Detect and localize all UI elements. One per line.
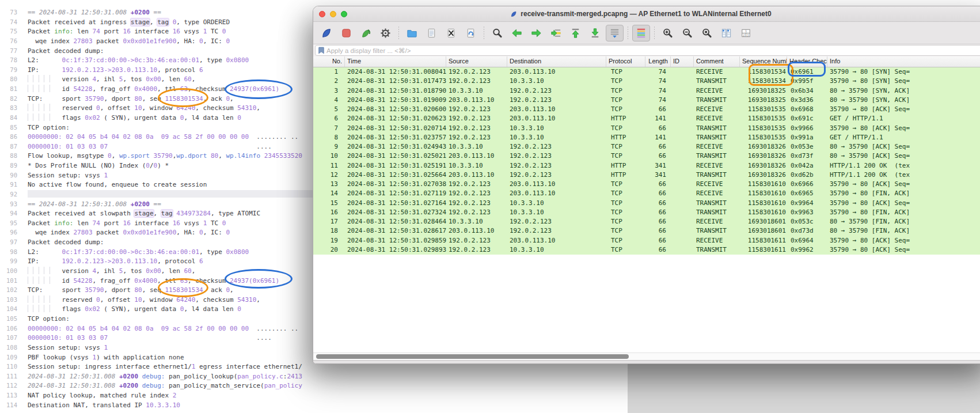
auto-scroll-toggle[interactable] — [606, 25, 624, 41]
cell-source: 192.0.2.123 — [446, 199, 507, 208]
cell-comment: RECEIVE — [694, 189, 740, 198]
capture-options-button[interactable] — [377, 25, 394, 41]
cell-destination: 192.0.2.123 — [507, 151, 606, 161]
editor-line: 99IP: 192.0.2.123->203.0.113.10, protoco… — [0, 256, 318, 266]
window-titlebar[interactable]: receive-transmit-merged.pcapng — AP Ethe… — [313, 6, 980, 22]
packet-row[interactable]: 12024-08-31 12:50:31.008041192.0.2.12320… — [313, 67, 980, 77]
packet-row[interactable]: 142024-08-31 12:50:31.027119192.0.2.1232… — [313, 189, 980, 198]
close-file-button[interactable] — [442, 25, 460, 41]
cell-no: 4 — [313, 96, 345, 105]
column-header-proto[interactable]: Protocol — [606, 56, 645, 67]
cell-no: 11 — [313, 161, 345, 170]
start-capture-button[interactable] — [318, 25, 336, 41]
column-header-comment[interactable]: Comment — [694, 56, 740, 67]
line-number: 84 — [0, 113, 17, 123]
zoom-out-button[interactable] — [678, 25, 696, 41]
filter-bookmark-icon[interactable] — [318, 47, 325, 54]
restart-capture-button[interactable] — [357, 25, 375, 41]
packet-row[interactable]: 182024-08-31 12:50:31.028617203.0.113.10… — [313, 226, 980, 236]
cell-no: 3 — [313, 86, 345, 96]
cell-info: 35790 → 80 [ACK] Seq= — [827, 180, 980, 189]
packet-row[interactable]: 192024-08-31 12:50:31.029859192.0.2.1232… — [313, 236, 980, 245]
packet-row[interactable]: 62024-08-31 12:50:31.020623192.0.2.12320… — [313, 114, 980, 123]
line-number: 109 — [0, 353, 17, 362]
packet-row[interactable]: 162024-08-31 12:50:31.027324192.0.2.1231… — [313, 208, 980, 217]
reload-file-button[interactable] — [462, 25, 480, 41]
column-header-length[interactable]: Length — [645, 56, 671, 67]
cell-destination: 10.3.3.10 — [507, 124, 606, 133]
packet-row[interactable]: 22024-08-31 12:50:31.017473192.0.2.12310… — [313, 77, 980, 86]
editor-line: 79IP: 192.0.2.123->203.0.113.10, protoco… — [0, 65, 318, 75]
save-file-button[interactable] — [423, 25, 440, 41]
find-packet-button[interactable] — [488, 25, 506, 41]
cell-destination: 192.0.2.123 — [507, 226, 606, 236]
cell-seq: 1158301535 — [740, 105, 787, 114]
cell-id — [671, 133, 694, 142]
packet-row[interactable]: 152024-08-31 12:50:31.027164192.0.2.1231… — [313, 199, 980, 208]
line-number: 98 — [0, 247, 17, 257]
packet-row[interactable]: 132024-08-31 12:50:31.027038192.0.2.1232… — [313, 180, 980, 189]
packet-row[interactable]: 92024-08-31 12:50:31.02494310.3.3.10192.… — [313, 142, 980, 151]
cell-source: 203.0.113.10 — [446, 226, 507, 236]
zoom-orig-icon — [701, 27, 713, 39]
packet-list-empty-area[interactable] — [313, 255, 980, 353]
cell-time: 2024-08-31 12:50:31.028617 — [345, 226, 446, 236]
packet-row[interactable]: 202024-08-31 12:50:31.029893192.0.2.1231… — [313, 245, 980, 255]
window-bottom-edge — [313, 360, 980, 363]
packet-row[interactable]: 102024-08-31 12:50:31.025021203.0.113.10… — [313, 151, 980, 161]
display-filter-input[interactable] — [326, 46, 980, 55]
colorize-toggle[interactable] — [632, 25, 650, 41]
display-filter-field[interactable] — [315, 45, 980, 56]
go-first-packet-button[interactable] — [567, 25, 584, 41]
zoom-100-button[interactable] — [698, 25, 716, 41]
cell-no: 2 — [313, 77, 345, 86]
column-header-destination[interactable]: Destination — [507, 56, 606, 67]
packet-row[interactable]: 172024-08-31 12:50:31.02846410.3.3.10192… — [313, 217, 980, 226]
column-header-no[interactable]: No. — [313, 56, 345, 67]
column-header-time[interactable]: Time — [345, 56, 446, 67]
cell-length: 66 — [645, 105, 671, 114]
editor-line: 103reserved 0, offset 10, window 64240, … — [0, 295, 318, 305]
layout-button[interactable]: 123 — [737, 25, 755, 41]
open-file-button[interactable] — [403, 25, 421, 41]
zoom-in-button[interactable] — [659, 25, 677, 41]
go-back-button[interactable] — [508, 25, 526, 41]
cell-id — [671, 208, 694, 217]
cell-source: 203.0.113.10 — [446, 151, 507, 161]
packet-row[interactable]: 72024-08-31 12:50:31.020714192.0.2.12310… — [313, 124, 980, 133]
cell-checksum: 0x6964 — [787, 236, 827, 245]
packet-row[interactable]: 52024-08-31 12:50:31.020600192.0.2.12320… — [313, 105, 980, 114]
editor-line: 77Packet decoded dump: — [0, 46, 318, 56]
cell-id — [671, 236, 694, 245]
go-to-packet-button[interactable] — [547, 25, 565, 41]
stop-capture-button[interactable] — [337, 25, 355, 41]
cell-proto: HTTP — [606, 170, 645, 180]
packet-row[interactable]: 82024-08-31 12:50:31.023757192.0.2.12310… — [313, 133, 980, 142]
column-header-source[interactable]: Source — [446, 56, 507, 67]
cell-source: 192.0.2.123 — [446, 236, 507, 245]
column-header-info[interactable]: Info — [827, 56, 980, 67]
column-header-id[interactable]: ID — [671, 56, 694, 67]
go-forward-button[interactable] — [527, 25, 545, 41]
desktop-background — [628, 364, 980, 413]
line-number: 82 — [0, 94, 17, 104]
cell-info: GET / HTTP/1.1 — [827, 133, 980, 142]
cell-source: 203.0.113.10 — [446, 96, 507, 105]
filter-bar — [313, 44, 980, 56]
packet-row[interactable]: 112024-08-31 12:50:31.02519110.3.3.10192… — [313, 161, 980, 170]
horizontal-scrollbar-thumb[interactable] — [316, 354, 629, 359]
cell-proto: TCP — [606, 208, 645, 217]
cell-seq: 1693018601 — [740, 217, 787, 226]
cell-no: 17 — [313, 217, 345, 226]
packet-row[interactable]: 42024-08-31 12:50:31.019009203.0.113.101… — [313, 96, 980, 105]
packet-row[interactable]: 122024-08-31 12:50:31.025664203.0.113.10… — [313, 170, 980, 180]
toolbar-separator — [398, 26, 399, 39]
packet-row[interactable]: 32024-08-31 12:50:31.01879010.3.3.10192.… — [313, 86, 980, 96]
horizontal-scrollbar[interactable] — [313, 353, 980, 360]
cell-length: 66 — [645, 217, 671, 226]
cell-proto: TCP — [606, 96, 645, 105]
cell-info: 80 → 35790 [SYN, ACK] — [827, 96, 980, 105]
go-last-packet-button[interactable] — [586, 25, 604, 41]
cell-destination: 203.0.113.10 — [507, 114, 606, 123]
resize-columns-button[interactable] — [717, 25, 735, 41]
